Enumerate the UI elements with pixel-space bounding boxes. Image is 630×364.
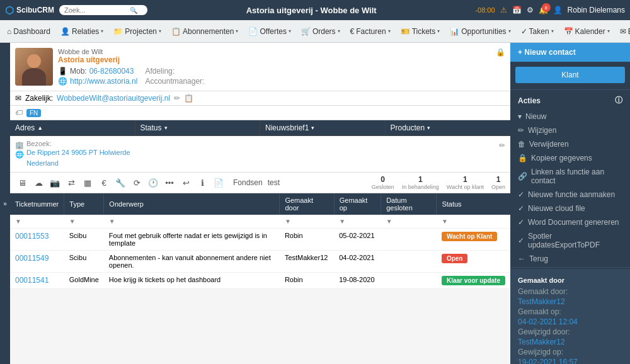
nieuwe-functie-icon: ✓ xyxy=(518,190,524,199)
ticket-number-link[interactable]: 00011541 xyxy=(15,276,49,285)
new-contact-label: + Nieuw contact xyxy=(518,48,576,57)
table-icon[interactable]: ▦ xyxy=(81,176,94,190)
euro-icon[interactable]: € xyxy=(97,176,111,190)
orders-arrow: ▾ xyxy=(338,28,340,34)
filter-gemaakt-door[interactable]: ▼ xyxy=(280,215,334,229)
menu-offertes[interactable]: 📄 Offertes ▾ xyxy=(244,25,295,38)
made-by-val[interactable]: TestMakker12 xyxy=(518,297,565,306)
menu-tickets[interactable]: 🎫 Tickets ▾ xyxy=(396,25,445,38)
main-layout: » Wobbe de Wilt Astoria uitgeverij xyxy=(0,43,630,364)
filter-datumgesloten-icon[interactable]: ▼ xyxy=(386,218,432,225)
menu-kalender[interactable]: 📅 Kalender ▾ xyxy=(559,25,614,38)
logo-text: ScibuCRM xyxy=(16,6,54,14)
ticket-number-link[interactable]: 00011549 xyxy=(15,254,49,263)
menu-facturen[interactable]: € Facturen ▾ xyxy=(346,25,395,38)
street-link[interactable]: De Rippert 24 xyxy=(26,149,69,156)
filter-datum-gesloten[interactable]: ▼ xyxy=(381,215,437,229)
action-wijzigen[interactable]: ✏ Wijzigen xyxy=(510,123,630,137)
spotler-icon: ✓ xyxy=(518,236,524,245)
wrench-icon[interactable]: 🔧 xyxy=(113,176,127,190)
made-by-section: Gemaakt door Gemaakt door: TestMakker12 … xyxy=(510,269,630,364)
alert-icon: ⚠ xyxy=(500,6,507,14)
phone-link[interactable]: 06-82680043 xyxy=(89,67,134,76)
action-nieuw[interactable]: ▾ Nieuw xyxy=(510,110,630,123)
notification-icon-wrap[interactable]: 🔔 8 xyxy=(539,6,548,14)
menu-relaties[interactable]: 👤 Relaties ▾ xyxy=(56,25,108,38)
filter-ticketnummer-icon[interactable]: ▼ xyxy=(15,218,59,225)
info-icon[interactable]: ℹ xyxy=(195,176,209,190)
user-icon-wrap[interactable]: 👤 xyxy=(553,6,563,14)
action-spotler[interactable]: ✓ Spotler updatesExportToPDF xyxy=(510,229,630,252)
filter-onderwerp-icon[interactable]: ▼ xyxy=(109,218,275,225)
ticket-subject-cell: Hoe krijg ik tickets op het dashboard xyxy=(104,273,280,289)
filter-onderwerp[interactable]: ▼ xyxy=(104,215,280,229)
action-nieuwe-functie[interactable]: ✓ Nieuwe functie aanmaken xyxy=(510,188,630,202)
menu-orders[interactable]: 🛒 Orders ▾ xyxy=(297,25,345,38)
history-icon[interactable]: ↩ xyxy=(179,176,193,190)
email-link[interactable]: WobbedeWilt@astoriauitgeverij.nl xyxy=(57,94,170,103)
email-row: ✉ Zakelijk: WobbedeWilt@astoriauitgeveri… xyxy=(10,91,510,106)
username: Robin Dielemans xyxy=(568,6,625,14)
menu-projecten[interactable]: 📁 Projecten ▾ xyxy=(109,25,166,38)
contact-website-row: 🌐 http://www.astoria.nl xyxy=(58,77,137,86)
land-link[interactable]: Nederland xyxy=(26,159,59,167)
filter-gemaaktdoor-icon[interactable]: ▼ xyxy=(285,218,329,225)
filter-gemaaktop-icon[interactable]: ▼ xyxy=(339,218,375,225)
website-link[interactable]: http://www.astoria.nl xyxy=(70,77,137,86)
action-kopieer[interactable]: 🔒 Kopieer gegevens xyxy=(510,151,630,165)
modified-by-val[interactable]: TestMakker12 xyxy=(518,338,565,346)
menu-emailcenter[interactable]: ✉ E-mailcenter ▾ xyxy=(616,25,630,38)
nieuwsbrief-sort-icon[interactable]: ▾ xyxy=(311,125,314,131)
screen-icon[interactable]: 🖥 xyxy=(15,176,29,190)
more-icon[interactable]: ••• xyxy=(163,176,176,190)
action-verwijderen[interactable]: 🗑 Verwijderen xyxy=(510,137,630,151)
adres-sort-icon[interactable]: ▲ xyxy=(37,125,43,131)
filter-gemaakt-op[interactable]: ▼ xyxy=(334,215,381,229)
settings-icon-wrap[interactable]: ⚙ xyxy=(527,6,534,14)
expand-sidebar-arrow[interactable]: » xyxy=(0,43,10,364)
action-cloud-file[interactable]: ✓ Nieuwe cloud file xyxy=(510,202,630,215)
producten-sort-icon[interactable]: ▾ xyxy=(427,125,430,131)
filter-type[interactable]: ▼ xyxy=(64,215,104,229)
search-box[interactable]: 🔍 xyxy=(59,5,147,15)
menu-orders-label: Orders xyxy=(312,27,336,36)
filter-status-icon[interactable]: ▼ xyxy=(442,218,505,225)
menu-opportunities[interactable]: 📊 Opportunities ▾ xyxy=(445,25,515,38)
clock-icon[interactable]: 🕐 xyxy=(146,176,160,190)
calendar-icon-wrap[interactable]: 📅 xyxy=(512,6,522,14)
copy-email-icon[interactable]: 📋 xyxy=(184,94,193,103)
menu-relaties-label: Relaties xyxy=(72,27,99,36)
filter-status[interactable]: ▼ xyxy=(437,215,510,229)
ticket-status-cell: Klaar voor update xyxy=(437,273,510,289)
filter-type-icon[interactable]: ▼ xyxy=(69,218,99,225)
verwijderen-icon: 🗑 xyxy=(518,140,525,149)
abonnementen-icon: 📋 xyxy=(171,27,181,36)
action-terug[interactable]: ← Terug xyxy=(510,252,630,266)
edit-producten-icon[interactable]: ✏ xyxy=(499,141,505,150)
camera-icon[interactable]: 📷 xyxy=(48,176,62,190)
new-contact-button[interactable]: + Nieuw contact xyxy=(510,43,630,62)
file-icon[interactable]: 📄 xyxy=(212,176,226,190)
ticket-closed-on-cell xyxy=(381,251,437,273)
action-word-doc[interactable]: ✓ Word Document genereren xyxy=(510,215,630,229)
ticket-number-link[interactable]: 00011553 xyxy=(15,232,49,241)
refresh-icon[interactable]: ⟳ xyxy=(130,176,144,190)
ticket-status-cell: Open xyxy=(437,251,510,273)
filter-ticketnummer[interactable]: ▼ xyxy=(10,215,64,229)
fn-tag[interactable]: FN xyxy=(26,109,41,117)
wijzigen-icon: ✏ xyxy=(518,126,524,135)
menu-abonnementen[interactable]: 📋 Abonnementen ▾ xyxy=(167,25,243,38)
action-nieuwe-functie-label: Nieuwe functie aanmaken xyxy=(528,190,615,199)
logo: ⬡ ScibuCRM xyxy=(5,4,54,16)
stat-open-label: Open xyxy=(491,184,505,190)
menu-dashboard[interactable]: ⌂ Dashboard xyxy=(3,25,55,38)
action-linken[interactable]: 🔗 Linken als functie aan contact xyxy=(510,165,630,188)
cloud-upload-icon[interactable]: ☁ xyxy=(32,176,45,190)
workflow-icon[interactable]: ⇄ xyxy=(64,176,78,190)
fondsen-label: Fondsen xyxy=(233,178,263,187)
postcode-link[interactable]: 9905 PT Holwierde xyxy=(71,149,130,156)
edit-email-icon[interactable]: ✏ xyxy=(174,94,180,103)
status-sort-icon[interactable]: ▾ xyxy=(164,125,168,131)
menu-taken[interactable]: ✓ Taken ▾ xyxy=(517,25,558,38)
search-input[interactable] xyxy=(64,6,127,14)
